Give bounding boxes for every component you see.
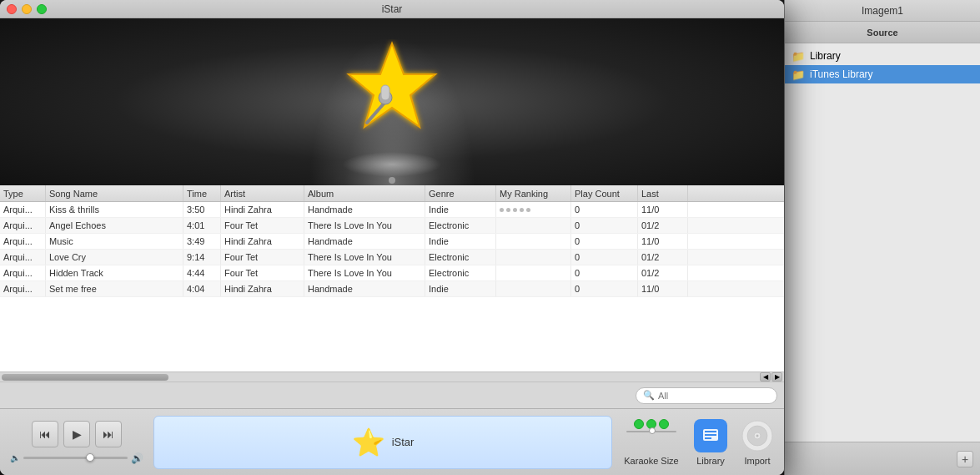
green-dot-3 [659,419,669,429]
svg-rect-5 [705,431,716,432]
now-playing-label: iStar [392,436,415,448]
playback-buttons: ⏮ ▶ ⏭ [32,421,122,447]
col-genre: Genre [425,185,496,201]
close-button[interactable] [7,4,17,14]
green-dot-1 [634,419,644,429]
playback-controls: ⏮ ▶ ⏭ 🔈 🔊 [10,421,143,464]
table-row[interactable]: Arqui...Kiss & thrills3:50Hindi ZahraHan… [0,202,784,218]
col-last: Last [638,185,688,201]
window-title: iStar [382,3,403,15]
hero-scroll-indicator [389,177,395,184]
col-song: Song Name [46,185,183,201]
import-disc-icon [741,419,774,452]
source-itunes-label: iTunes Library [810,68,873,80]
istar-window: iStar [0,0,784,475]
sidebar-item-itunes[interactable]: 📁 iTunes Library [785,65,980,83]
now-playing-star-icon: ⭐ [352,427,385,458]
right-panel: Imagem1 Source 📁 Library 📁 iTunes Librar… [784,0,980,475]
horizontal-scrollbar[interactable]: ◀ ▶ [0,371,784,382]
library-icon [694,419,727,452]
svg-marker-0 [349,43,435,127]
col-ranking: My Ranking [496,185,571,201]
bottom-controls: ⏮ ▶ ⏭ 🔈 🔊 ⭐ iStar [0,408,784,475]
forward-button[interactable]: ⏭ [95,421,122,447]
table-row[interactable]: Arqui...Love Cry9:14Four TetThere Is Lov… [0,250,784,265]
source-library-label: Library [810,50,841,62]
col-time: Time [183,185,221,201]
table-header: Type Song Name Time Artist Album Genre M… [0,185,784,202]
source-header: Source [785,22,980,43]
source-library-icon: 📁 [792,49,805,63]
svg-point-11 [756,434,759,437]
import-label: Import [744,456,770,466]
svg-rect-3 [381,85,389,100]
table-row[interactable]: Arqui...Angel Echoes4:01Four TetThere Is… [0,218,784,234]
scroll-right-arrow[interactable]: ▶ [771,372,782,382]
library-label: Library [696,456,725,466]
bottom-icons: Karaoke Size Library [622,419,774,466]
karaoke-size-button[interactable]: Karaoke Size [622,419,681,466]
karaoke-size-icon [622,419,681,452]
volume-control: 🔈 🔊 [10,452,143,464]
add-source-button[interactable]: + [957,451,973,467]
svg-rect-7 [705,437,711,439]
source-itunes-icon: 📁 [792,68,805,81]
hero-star [342,39,442,137]
col-type: Type [0,185,46,201]
search-bar: 🔍 [0,382,784,408]
play-button[interactable]: ▶ [63,421,90,447]
table-row[interactable]: Arqui...Set me free4:04Hindi ZahraHandma… [0,281,784,297]
library-button[interactable]: Library [694,419,727,466]
maximize-button[interactable] [37,4,47,14]
title-bar: iStar [0,0,784,18]
table-row[interactable]: Arqui...Music3:49Hindi ZahraHandmadeIndi… [0,234,784,250]
volume-low-icon: 🔈 [10,453,20,462]
scroll-thumb[interactable] [2,374,168,381]
col-playcount: Play Count [571,185,638,201]
volume-high-icon: 🔊 [131,452,143,464]
ranking-dots [500,208,530,212]
volume-slider[interactable] [23,457,128,459]
mini-thumb [649,427,656,434]
mini-slider [626,431,676,432]
rewind-button[interactable]: ⏮ [32,421,58,447]
table-container: Type Song Name Time Artist Album Genre M… [0,185,784,371]
svg-rect-6 [705,434,716,436]
import-button[interactable]: Import [741,419,774,466]
right-panel-header: Imagem1 [785,0,980,22]
hero-area [0,18,784,185]
karaoke-size-label: Karaoke Size [624,456,678,466]
col-artist: Artist [221,185,304,201]
now-playing-area: ⭐ iStar [153,416,612,469]
search-input[interactable] [658,391,770,401]
karaoke-slider[interactable] [626,431,676,432]
right-panel-bottom: + [785,442,980,475]
search-icon: 🔍 [643,390,655,401]
minimize-button[interactable] [22,4,32,14]
traffic-lights [7,4,47,14]
sidebar-item-library[interactable]: 📁 Library [785,47,980,65]
col-album: Album [304,185,425,201]
table-row[interactable]: Arqui...Hidden Track4:44Four TetThere Is… [0,265,784,281]
right-panel-title: Imagem1 [862,5,903,17]
volume-thumb[interactable] [86,453,94,462]
table-body: Arqui...Kiss & thrills3:50Hindi ZahraHan… [0,202,784,371]
scroll-arrows: ◀ ▶ [760,372,784,382]
search-wrapper: 🔍 [636,387,777,404]
spotlight-floor [342,152,442,177]
scroll-left-arrow[interactable]: ◀ [760,372,771,382]
source-list: 📁 Library 📁 iTunes Library [785,43,980,442]
